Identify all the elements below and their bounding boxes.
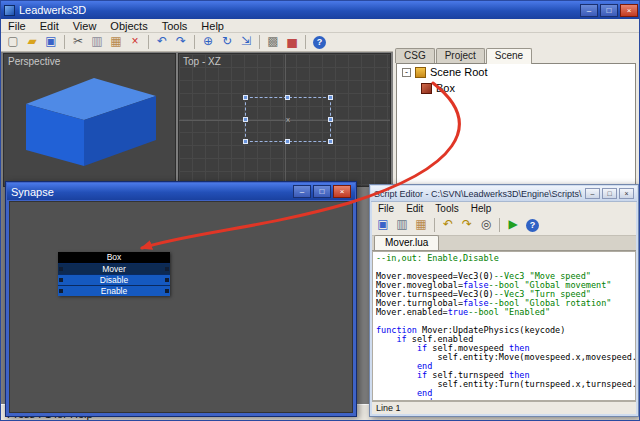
se-menu-item-edit[interactable]: Edit — [400, 203, 429, 214]
menu-item-file[interactable]: File — [1, 20, 33, 32]
node-rows: MoverDisableEnable — [58, 263, 170, 296]
main-titlebar: Leadwerks3D –□× — [1, 1, 640, 19]
viewport-label: Perspective — [8, 56, 60, 67]
close-button[interactable]: × — [333, 185, 351, 198]
minimize-button[interactable]: – — [585, 188, 600, 199]
redo-icon[interactable]: ↷ — [459, 217, 475, 233]
toolbar-separator — [194, 35, 195, 49]
selection-handle[interactable] — [243, 95, 248, 100]
maximize-button[interactable]: □ — [602, 188, 617, 199]
tree-item-scene-root[interactable]: - Scene Root — [397, 64, 635, 80]
input-port-icon — [59, 289, 63, 293]
node-row-enable[interactable]: Enable — [58, 285, 170, 296]
find-icon[interactable]: ◎ — [478, 217, 494, 233]
viewport-label: Top - XZ — [183, 56, 221, 67]
script-editor-window[interactable]: Script Editor - C:\SVN\Leadwerks3D\Engin… — [369, 184, 639, 417]
selection-handle[interactable] — [328, 95, 333, 100]
maximize-button[interactable]: □ — [313, 185, 331, 198]
open-folder-icon[interactable]: ▰ — [24, 34, 40, 50]
selection-box[interactable]: x — [245, 97, 331, 142]
toolbar-separator — [305, 35, 306, 49]
help-icon[interactable]: ? — [526, 219, 539, 232]
se-menu-item-tools[interactable]: Tools — [429, 203, 464, 214]
box-icon — [421, 83, 432, 94]
tab-csg[interactable]: CSG — [395, 48, 435, 63]
node-header[interactable]: Box — [58, 252, 170, 263]
script-editor-toolbar: ▣▥▦↶↷◎▶? — [372, 215, 636, 236]
paste-icon[interactable]: ▦ — [108, 34, 124, 50]
copy-icon[interactable]: ▥ — [394, 217, 410, 233]
tab-scene[interactable]: Scene — [486, 48, 532, 64]
maximize-button[interactable]: □ — [600, 4, 618, 17]
stats-icon[interactable]: ▅ — [284, 34, 300, 50]
grid-snap-icon[interactable]: ▩ — [265, 34, 281, 50]
toolbar-separator — [259, 35, 260, 49]
top-xz-viewport[interactable]: x Top - XZ — [178, 53, 391, 187]
menu-item-view[interactable]: View — [66, 20, 104, 32]
selection-handle[interactable] — [328, 117, 333, 122]
selection-handle[interactable] — [243, 117, 248, 122]
window-controls: –□× — [585, 188, 634, 199]
menu-item-help[interactable]: Help — [194, 20, 231, 32]
paste-icon[interactable]: ▦ — [413, 217, 429, 233]
toolbar-separator — [64, 35, 65, 49]
copy-icon[interactable]: ▥ — [89, 34, 105, 50]
help-icon[interactable]: ? — [313, 36, 326, 49]
collapse-expander-icon[interactable]: - — [402, 68, 411, 77]
selection-handle[interactable] — [285, 95, 290, 100]
scale-icon[interactable]: ⇲ — [238, 34, 254, 50]
flowgraph-node-box[interactable]: Box MoverDisableEnable — [58, 252, 170, 296]
window-controls: –□× — [293, 185, 351, 198]
toolbar-separator — [148, 35, 149, 49]
synapse-window[interactable]: Synapse –□× Box MoverDisableEnable — [5, 181, 357, 417]
translate-icon[interactable]: ⊕ — [200, 34, 216, 50]
menu-item-objects[interactable]: Objects — [103, 20, 154, 32]
app-icon — [4, 5, 15, 16]
selection-center-marker: x — [286, 115, 290, 124]
save-icon[interactable]: ▣ — [375, 217, 391, 233]
redo-icon[interactable]: ↷ — [173, 34, 189, 50]
selection-handle[interactable] — [243, 139, 248, 144]
menu-item-edit[interactable]: Edit — [33, 20, 66, 32]
script-editor-statusbar: Line 1 — [372, 401, 636, 414]
script-editor-title: Script Editor - C:\SVN\Leadwerks3D\Engin… — [374, 189, 582, 199]
synapse-canvas[interactable]: Box MoverDisableEnable — [9, 201, 353, 413]
rotate-icon[interactable]: ↻ — [219, 34, 235, 50]
tab-mover-lua[interactable]: Mover.lua — [374, 235, 439, 250]
selection-handle[interactable] — [328, 139, 333, 144]
window-title: Leadwerks3D — [19, 4, 86, 16]
synapse-titlebar[interactable]: Synapse –□× — [7, 183, 355, 200]
run-script-icon[interactable]: ▶ — [505, 217, 521, 233]
menu-item-tools[interactable]: Tools — [155, 20, 195, 32]
close-button[interactable]: × — [619, 188, 634, 199]
new-file-icon[interactable]: ▢ — [5, 34, 21, 50]
undo-icon[interactable]: ↶ — [154, 34, 170, 50]
script-editor-body: FileEditToolsHelp ▣▥▦↶↷◎▶? Mover.lua --i… — [372, 202, 636, 414]
minimize-button[interactable]: – — [580, 4, 598, 17]
node-row-mover[interactable]: Mover — [58, 263, 170, 274]
se-menu-item-file[interactable]: File — [372, 203, 400, 214]
tab-project[interactable]: Project — [436, 48, 485, 63]
script-editor-menubar: FileEditToolsHelp — [372, 202, 636, 215]
minimize-button[interactable]: – — [293, 185, 311, 198]
output-port-icon — [165, 267, 169, 271]
delete-icon[interactable]: × — [127, 34, 143, 50]
leadwerks3d-main-window: Leadwerks3D –□× FileEditViewObjectsTools… — [0, 0, 640, 421]
node-row-disable[interactable]: Disable — [58, 274, 170, 285]
code-editor[interactable]: --in,out: Enable,Disable Mover.movespeed… — [372, 251, 636, 401]
perspective-viewport[interactable]: Perspective — [3, 53, 176, 187]
code-line: --in,out: Enable,Disable — [376, 254, 632, 263]
se-menu-item-help[interactable]: Help — [465, 203, 498, 214]
input-port-icon — [59, 278, 63, 282]
selection-handle[interactable] — [285, 139, 290, 144]
cut-icon[interactable]: ✂ — [70, 34, 86, 50]
undo-icon[interactable]: ↶ — [440, 217, 456, 233]
output-port-icon — [165, 278, 169, 282]
save-icon[interactable]: ▣ — [43, 34, 59, 50]
tree-item-box[interactable]: Box — [397, 80, 635, 96]
output-port-icon — [165, 289, 169, 293]
scene-root-icon — [415, 67, 426, 78]
close-button[interactable]: × — [620, 4, 638, 17]
script-editor-titlebar[interactable]: Script Editor - C:\SVN\Leadwerks3D\Engin… — [371, 186, 637, 202]
line-indicator: Line 1 — [376, 403, 401, 413]
